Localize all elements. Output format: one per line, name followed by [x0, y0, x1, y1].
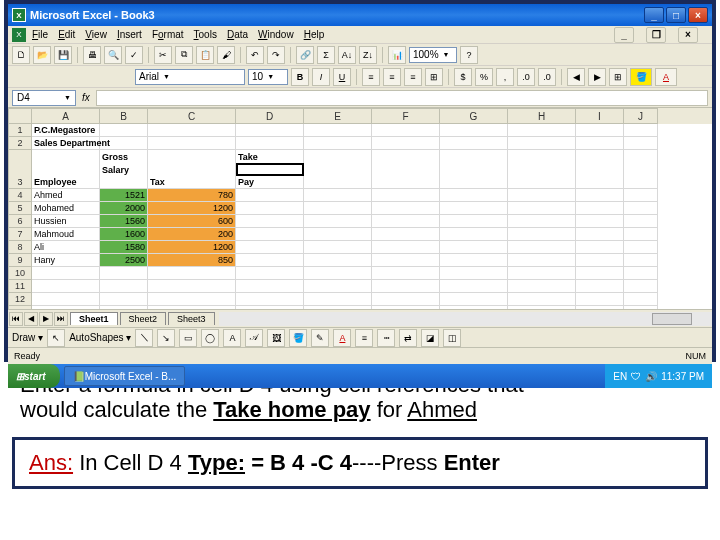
align-right-icon[interactable]: ≡	[404, 68, 422, 86]
textbox-icon[interactable]: A	[223, 329, 241, 347]
menu-tools[interactable]: Tools	[194, 29, 217, 40]
cell[interactable]	[508, 202, 576, 215]
menu-format[interactable]: Format	[152, 29, 184, 40]
tray-icon[interactable]: 🛡	[631, 371, 641, 382]
taskbar-item[interactable]: 📗 Microsoft Excel - B...	[64, 366, 186, 386]
cell[interactable]	[576, 215, 624, 228]
cell[interactable]	[440, 124, 508, 137]
cell[interactable]	[148, 163, 236, 176]
cell[interactable]	[304, 202, 372, 215]
cell[interactable]	[148, 150, 236, 163]
cell[interactable]	[148, 137, 236, 150]
cell[interactable]	[624, 254, 658, 267]
cell[interactable]	[372, 254, 440, 267]
menu-file[interactable]: FFileile	[32, 29, 48, 40]
line-color-icon[interactable]: ✎	[311, 329, 329, 347]
cell[interactable]	[440, 280, 508, 293]
cell[interactable]	[304, 215, 372, 228]
cell[interactable]	[576, 137, 624, 150]
col-header[interactable]: B	[100, 108, 148, 124]
cell[interactable]	[236, 228, 304, 241]
cell[interactable]: Ahmed	[32, 189, 100, 202]
cell[interactable]: 1521	[100, 189, 148, 202]
row-header[interactable]: 2	[8, 137, 32, 150]
cell[interactable]	[624, 215, 658, 228]
row-header[interactable]: 11	[8, 280, 32, 293]
cell[interactable]	[304, 293, 372, 306]
align-left-icon[interactable]: ≡	[362, 68, 380, 86]
border-icon[interactable]: ⊞	[609, 68, 627, 86]
cell[interactable]: Hany	[32, 254, 100, 267]
cell[interactable]	[440, 215, 508, 228]
paste-icon[interactable]: 📋	[196, 46, 214, 64]
h-scrollbar[interactable]	[219, 312, 712, 326]
cell[interactable]	[32, 150, 100, 163]
dec-decimal-icon[interactable]: .0	[538, 68, 556, 86]
tray-icon[interactable]: 🔊	[645, 371, 657, 382]
worksheet[interactable]: A B C D E F G H I J 1P.C.Megastore2Sales…	[8, 108, 712, 310]
rect-icon[interactable]: ▭	[179, 329, 197, 347]
cell[interactable]	[236, 137, 304, 150]
cell[interactable]	[440, 241, 508, 254]
cell[interactable]	[32, 267, 100, 280]
cell[interactable]	[148, 267, 236, 280]
cell[interactable]	[372, 124, 440, 137]
cell[interactable]	[372, 189, 440, 202]
minimize-button[interactable]: _	[644, 7, 664, 23]
tab-next-icon[interactable]: ▶	[39, 312, 53, 326]
close-button[interactable]: ×	[688, 7, 708, 23]
tab-first-icon[interactable]: ⏮	[9, 312, 23, 326]
col-header[interactable]: D	[236, 108, 304, 124]
cell[interactable]: Tax	[148, 176, 236, 189]
cell[interactable]	[236, 267, 304, 280]
cell[interactable]: P.C.Megastore	[32, 124, 100, 137]
row-header[interactable]: 4	[8, 189, 32, 202]
cell[interactable]	[304, 267, 372, 280]
cell[interactable]	[440, 150, 508, 163]
row-header[interactable]: 8	[8, 241, 32, 254]
cell[interactable]	[304, 228, 372, 241]
start-button[interactable]: ⊞ start	[8, 364, 60, 388]
indent-dec-icon[interactable]: ◀	[567, 68, 585, 86]
comma-icon[interactable]: ,	[496, 68, 514, 86]
sort-asc-icon[interactable]: A↓	[338, 46, 356, 64]
cell[interactable]	[508, 124, 576, 137]
cell[interactable]: 200	[148, 228, 236, 241]
bold-button[interactable]: B	[291, 68, 309, 86]
cell[interactable]: Take	[236, 150, 304, 163]
cell[interactable]	[32, 306, 100, 310]
name-box[interactable]: D4▼	[12, 90, 76, 106]
cell[interactable]	[236, 189, 304, 202]
cell[interactable]: 1580	[100, 241, 148, 254]
italic-button[interactable]: I	[312, 68, 330, 86]
cell[interactable]	[576, 293, 624, 306]
new-icon[interactable]: 🗋	[12, 46, 30, 64]
formula-bar[interactable]	[96, 90, 708, 106]
cell[interactable]: 1560	[100, 215, 148, 228]
cell[interactable]	[624, 293, 658, 306]
print-icon[interactable]: 🖶	[83, 46, 101, 64]
cell[interactable]: Sales Department	[32, 137, 100, 150]
row-header[interactable]: 12	[8, 293, 32, 306]
row-header[interactable]: 9	[8, 254, 32, 267]
fx-icon[interactable]: fx	[82, 92, 90, 103]
maximize-button[interactable]: □	[666, 7, 686, 23]
cell[interactable]	[576, 150, 624, 163]
font-name-combo[interactable]: Arial▼	[135, 69, 245, 85]
chart-icon[interactable]: 📊	[388, 46, 406, 64]
cell[interactable]	[372, 150, 440, 163]
font-size-combo[interactable]: 10▼	[248, 69, 288, 85]
row-header[interactable]: 3	[8, 176, 32, 189]
draw-menu[interactable]: Draw ▾	[12, 332, 43, 343]
cell[interactable]	[236, 280, 304, 293]
menu-edit[interactable]: Edit	[58, 29, 75, 40]
select-all-corner[interactable]	[8, 108, 32, 124]
tab-sheet3[interactable]: Sheet3	[168, 312, 215, 325]
shadow-icon[interactable]: ◪	[421, 329, 439, 347]
cell[interactable]	[440, 137, 508, 150]
cell[interactable]	[304, 306, 372, 310]
oval-icon[interactable]: ◯	[201, 329, 219, 347]
font-color-draw-icon[interactable]: A	[333, 329, 351, 347]
cell[interactable]	[236, 202, 304, 215]
arrow-icon[interactable]: ↘	[157, 329, 175, 347]
